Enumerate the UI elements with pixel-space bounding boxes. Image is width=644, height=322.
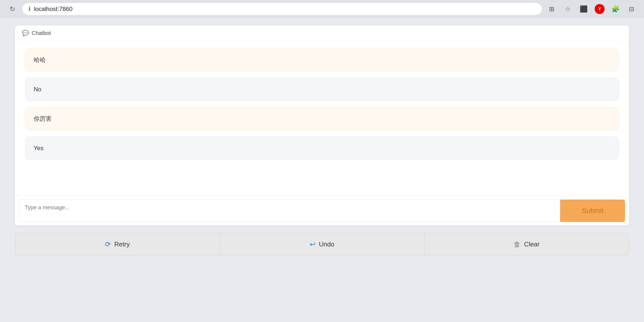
sidebar-icon[interactable]: ⊟ — [626, 4, 636, 14]
bottom-wrapper: ⟳ Retry ↩ Undo 🗑 Clear — [0, 233, 644, 260]
page-content: 💬 Chatbot 哈哈 No 你厉害 Yes Submit — [0, 18, 644, 233]
bookmark-icon[interactable]: ☆ — [563, 4, 573, 14]
chatbot-title: Chatbot — [32, 30, 51, 36]
retry-button[interactable]: ⟳ Retry — [15, 233, 220, 256]
clear-label: Clear — [524, 240, 540, 248]
chat-messages-area: 哈哈 No 你厉害 Yes — [15, 41, 629, 196]
browser-toolbar: ⊞ ☆ ⬛ Y 🧩 ⊟ — [547, 4, 636, 14]
message-bubble-3: 你厉害 — [25, 107, 619, 130]
undo-label: Undo — [319, 240, 334, 248]
message-input[interactable] — [19, 200, 560, 222]
extension-icon[interactable]: ⬛ — [579, 4, 589, 14]
retry-icon: ⟳ — [105, 240, 111, 248]
chatbot-header: 💬 Chatbot — [15, 26, 629, 41]
message-bubble-1: 哈哈 — [25, 48, 619, 72]
puzzle-icon[interactable]: 🧩 — [610, 4, 620, 14]
undo-button[interactable]: ↩ Undo — [220, 233, 424, 256]
info-icon: ℹ — [28, 6, 30, 12]
address-bar[interactable]: ℹ localhost:7860 — [22, 3, 542, 15]
message-bubble-4: Yes — [25, 136, 619, 160]
browser-chrome: ↻ ℹ localhost:7860 ⊞ ☆ ⬛ Y 🧩 ⊟ — [0, 0, 644, 18]
address-text: localhost:7860 — [34, 6, 72, 12]
chatbot-header-icon: 💬 — [22, 30, 29, 36]
action-buttons: ⟳ Retry ↩ Undo 🗑 Clear — [15, 233, 629, 256]
undo-icon: ↩ — [310, 240, 316, 248]
clear-button[interactable]: 🗑 Clear — [424, 233, 629, 256]
message-bubble-2: No — [25, 78, 619, 101]
input-area: Submit — [15, 196, 629, 226]
retry-label: Retry — [114, 240, 130, 248]
chatbot-container: 💬 Chatbot 哈哈 No 你厉害 Yes Submit — [15, 26, 629, 226]
translate-icon[interactable]: ⊞ — [547, 4, 557, 14]
submit-button[interactable]: Submit — [560, 200, 625, 222]
clear-icon: 🗑 — [514, 240, 520, 248]
refresh-button[interactable]: ↻ — [8, 4, 18, 14]
youtube-icon[interactable]: Y — [595, 4, 604, 14]
